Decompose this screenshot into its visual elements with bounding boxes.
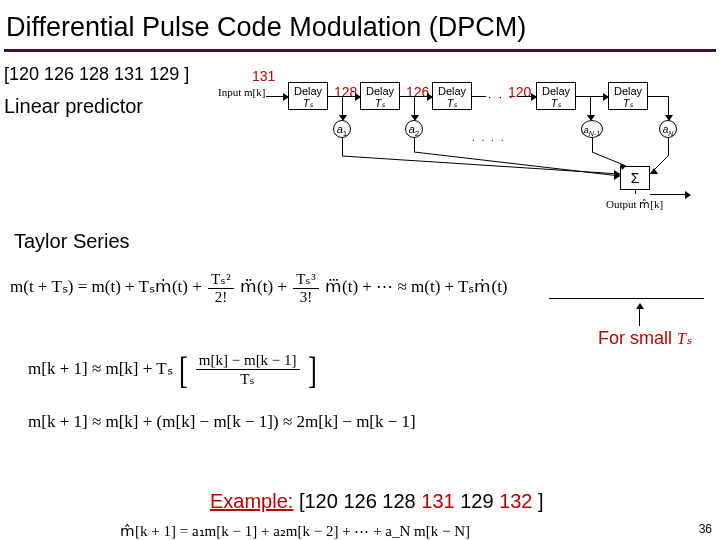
eq1-f2d: 2! [208,289,234,306]
svg-line-0 [342,156,620,174]
predictor-diagram: Input m[k] Delay Tₛ Delay Tₛ Delay Tₛ · … [222,74,712,204]
title-underline [4,49,716,52]
dots2-icon: . . . . [472,132,505,143]
val-128: 128 [334,84,357,100]
output-label: Output m̂[k] [606,198,663,211]
example-seq-pre: [120 126 128 [293,490,421,512]
approx-underline [549,298,704,299]
for-small-label: For small Tₛ [598,328,692,349]
predictor-equation: m̂[k + 1] = a₁m[k − 1] + a₂m[k − 2] + ⋯ … [120,522,470,540]
eq1-mid2: m⃛(t) + ⋯ ≈ m(t) + Tₛṁ(t) [325,277,507,296]
coef-a2: a2 [405,120,423,138]
ts-text: Tₛ [375,97,386,109]
val-131: 131 [252,68,275,84]
eq1-left: m(t + Tₛ) = m(t) + Tₛṁ(t) + [10,277,206,296]
delay-text: Delay [294,85,322,97]
input-label: Input m[k] [218,86,265,98]
coef-aNm1: aN-1 [581,120,603,138]
eq1-f2n: Tₛ² [208,270,234,289]
svg-line-3 [650,156,668,174]
coef-aN: aN [659,120,677,138]
eq2-fd: Tₛ [196,370,300,388]
for-small-text: For small [598,328,677,348]
example-seq-red1: 131 [421,490,454,512]
for-small-ts: Tₛ [677,330,692,347]
delay-text: Delay [438,85,466,97]
delay-text: Delay [614,85,642,97]
example-seq-end: ] [533,490,544,512]
eq1-f3d: 3! [293,289,319,306]
uparrow-icon [639,304,640,326]
coef-a1: a1 [333,120,351,138]
example-seq-post: 129 [455,490,499,512]
example-line: Example: [120 126 128 131 129 132 ] [210,490,544,513]
simplified-equation: m[k + 1] ≈ m[k] + (m[k] − m[k − 1]) ≈ 2m… [28,412,416,432]
svg-line-1 [414,152,620,176]
delay-box-3: Delay Tₛ [432,82,472,110]
delay-text: Delay [366,85,394,97]
eq1-mid1: m̈(t) + [240,277,291,296]
sequence-text: [120 126 128 131 129 ] [4,64,189,85]
delay-box-1: Delay Tₛ [288,82,328,110]
delay-text: Delay [542,85,570,97]
delay-box-n1: Delay Tₛ [536,82,576,110]
val-120: 120 [508,84,531,100]
ts-text: Tₛ [303,97,314,109]
discrete-approx-equation: m[k + 1] ≈ m[k] + Tₛ [ m[k] − m[k − 1]Tₛ… [28,352,318,388]
eq1-f3n: Tₛ³ [293,270,319,289]
taylor-equation: m(t + Tₛ) = m(t) + Tₛṁ(t) + Tₛ²2! m̈(t) … [10,270,508,306]
slide-title: Differential Pulse Code Modulation (DPCM… [0,0,720,49]
svg-line-2 [592,152,626,166]
eq2-fn: m[k] − m[k − 1] [196,352,300,370]
ts-text: Tₛ [623,97,634,109]
page-number: 36 [699,522,712,536]
val-126: 126 [406,84,429,100]
eq2-left: m[k + 1] ≈ m[k] + Tₛ [28,359,173,378]
ts-text: Tₛ [447,97,458,109]
taylor-series-label: Taylor Series [14,230,130,253]
example-seq-red2: 132 [499,490,532,512]
svg-marker-7 [650,168,658,174]
sum-box: Σ [620,166,650,190]
ts-text: Tₛ [551,97,562,109]
delay-box-2: Delay Tₛ [360,82,400,110]
delay-box-n: Delay Tₛ [608,82,648,110]
example-label: Example: [210,490,293,512]
